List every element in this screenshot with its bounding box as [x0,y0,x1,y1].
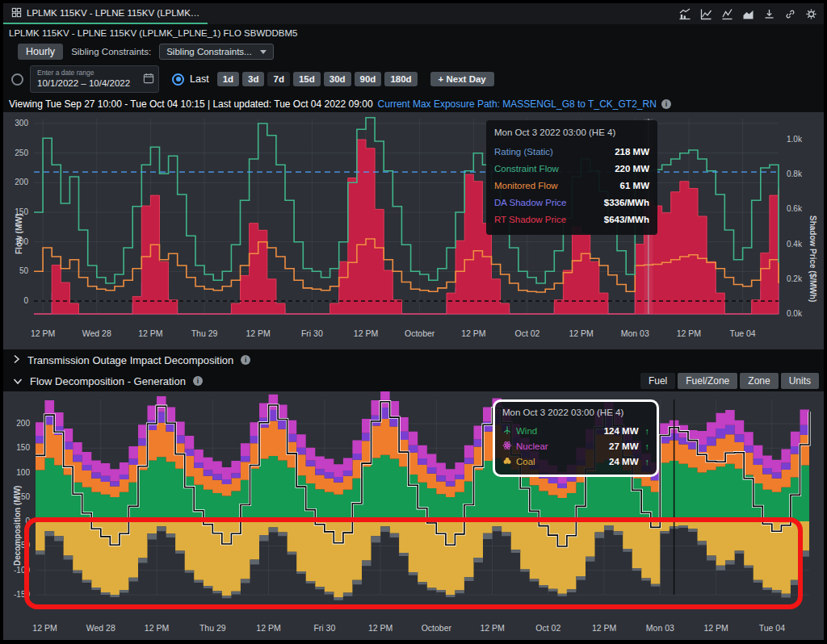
svg-text:12 PM: 12 PM [461,328,485,338]
date-row: Enter a date range 10/1/2022 – 10/4/2022… [3,62,824,96]
tab-bar: LPLMK 115KV - LPLNE 115KV (LPLMK… [3,3,824,24]
info-icon[interactable]: i [241,355,250,365]
toolbar-icon-group [678,8,824,20]
info-icon[interactable]: i [661,99,671,109]
range-button-180d[interactable]: 180d [384,72,417,86]
decomp-section-title: Flow Decomposition - Generation [30,375,186,387]
svg-text:150: 150 [16,443,30,452]
outage-section-title: Transmission Outage Impact Decomposition [27,354,233,366]
svg-text:Wed 28: Wed 28 [82,328,111,338]
interval-button[interactable]: Hourly [18,44,63,60]
date-range-value: 10/1/2022 – 10/4/2022 [37,78,130,88]
decomp-tab-zone[interactable]: Zone [740,373,778,389]
svg-text:0.8k: 0.8k [787,169,803,178]
sibling-constraints-select[interactable]: Sibling Constraints... [159,44,273,60]
date-range-radio[interactable] [11,73,23,86]
range-button-7d[interactable]: 7d [267,72,289,86]
range-button-group: 1d3d7d15d30d90d180d [217,72,418,86]
tooltip-row: Monitored Flow61 MW [494,177,649,194]
chevron-down-icon [13,375,23,387]
decomp-tab-fuel[interactable]: Fuel [640,373,675,389]
svg-text:Tue 04: Tue 04 [729,328,755,338]
info-icon[interactable]: i [193,376,203,386]
svg-text:12 PM: 12 PM [31,328,55,338]
decomp-plot[interactable]: 200150100500-50-100-15012 PMWed 2812 PMT… [14,391,809,633]
svg-text:-150: -150 [14,590,30,599]
svg-text:Mon 03: Mon 03 [621,328,649,338]
svg-text:Fri 30: Fri 30 [301,328,323,338]
wind-turbine-icon [502,425,512,437]
svg-text:300: 300 [15,119,28,128]
decomp-tab-group: FuelFuel/ZoneZoneUnits [640,373,819,389]
coal-icon [502,456,512,467]
tooltip-title: Mon Oct 3 2022 03:00 (HE 4) [502,408,649,417]
trend-chart-icon[interactable] [721,8,733,20]
svg-text:0.6k: 0.6k [787,204,803,213]
link-icon[interactable] [784,8,796,20]
range-button-30d[interactable]: 30d [324,72,351,86]
trend-up-icon: ↑ [645,426,650,436]
svg-text:50: 50 [19,266,29,275]
svg-text:Thu 29: Thu 29 [199,623,226,633]
download-icon[interactable] [763,8,775,20]
decomp-tab-fuel-zone[interactable]: Fuel/Zone [678,373,737,389]
decomp-tooltip: Mon Oct 3 2022 03:00 (HE 4) Wind124 MW↑N… [493,399,659,477]
last-radio[interactable] [172,73,184,86]
combo-chart-icon[interactable] [678,8,691,20]
range-button-3d[interactable]: 3d [242,72,264,86]
area-coal [36,521,809,597]
svg-text:October: October [422,623,452,633]
shadow-price-axis-label: Shadow Price ($/MWh) [808,215,817,302]
flow-shadow-price-chart[interactable]: 3002502001501005001.0k0.8k0.6k0.4k0.2k0.… [3,112,824,349]
flow-plot[interactable]: 3002502001501005001.0k0.8k0.6k0.4k0.2k0.… [15,118,803,338]
date-range-input[interactable]: Enter a date range 10/1/2022 – 10/4/2022 [30,65,159,93]
svg-text:12 PM: 12 PM [256,623,280,633]
next-day-button[interactable]: + Next Day [430,72,494,86]
line-chart-icon[interactable] [700,8,712,20]
svg-text:12 PM: 12 PM [569,328,593,338]
atom-icon [502,441,512,452]
range-button-15d[interactable]: 15d [293,72,321,86]
tooltip-row: Coal24 MW↑ [502,454,649,469]
tooltip-title: Mon Oct 3 2022 03:00 (HE 4) [494,128,649,137]
sibling-constraints-value: Sibling Constraints... [166,47,251,56]
svg-text:Thu 29: Thu 29 [191,328,218,338]
controls-row: Hourly Sibling Constraints: Sibling Cons… [3,41,824,62]
svg-text:12 PM: 12 PM [32,623,57,633]
grid-icon [11,7,22,19]
outage-section-header[interactable]: Transmission Outage Impact Decomposition… [3,349,824,370]
calendar-icon[interactable] [143,73,154,87]
area-chart-icon[interactable] [742,8,754,20]
date-range-placeholder: Enter a date range [37,69,94,77]
svg-text:12 PM: 12 PM [368,623,393,633]
svg-text:0.0k: 0.0k [787,309,803,318]
last-group: Last [172,73,209,86]
decomp-section-header[interactable]: Flow Decomposition - Generation i FuelFu… [3,370,824,391]
svg-text:12 PM: 12 PM [703,623,728,633]
svg-text:Oct 02: Oct 02 [514,328,539,338]
gear-icon[interactable] [805,8,817,20]
svg-text:Fri 30: Fri 30 [313,623,335,633]
range-button-1d[interactable]: 1d [217,72,239,86]
decomp-chart-svg[interactable]: 200150100500-50-100-15012 PMWed 2812 PMT… [3,391,824,640]
max-exposure-link[interactable]: Current Max Exposure Path: MASSENGL_G8 t… [378,98,657,110]
svg-text:100: 100 [16,468,30,477]
decomposition-chart[interactable]: 200150100500-50-100-15012 PMWed 2812 PMT… [3,391,824,640]
svg-text:12 PM: 12 PM [145,623,169,633]
svg-text:-100: -100 [14,566,30,575]
svg-text:October: October [405,328,435,338]
constraint-tab[interactable]: LPLMK 115KV - LPLNE 115KV (LPLMK… [3,3,208,24]
sibling-constraints-label: Sibling Constraints: [71,47,151,56]
tooltip-row: DA Shadow Price$336/MWh [494,194,649,211]
svg-text:12 PM: 12 PM [480,623,504,633]
page-title: LPLMK 115KV - LPLNE 115KV (LPLMK_LPLNE_1… [3,24,824,41]
decomp-tab-units[interactable]: Units [781,373,819,389]
status-row: Viewing Tue Sep 27 10:00 - Tue Oct 04 10… [3,96,824,112]
flow-chart-svg[interactable]: 3002502001501005001.0k0.8k0.6k0.4k0.2k0.… [3,112,824,349]
svg-text:12 PM: 12 PM [246,328,271,338]
svg-text:Mon 03: Mon 03 [646,623,674,633]
svg-text:0.2k: 0.2k [787,274,803,283]
tooltip-row: Nuclear27 MW↑ [502,438,649,454]
range-button-90d[interactable]: 90d [355,72,382,86]
svg-text:12 PM: 12 PM [354,328,378,338]
